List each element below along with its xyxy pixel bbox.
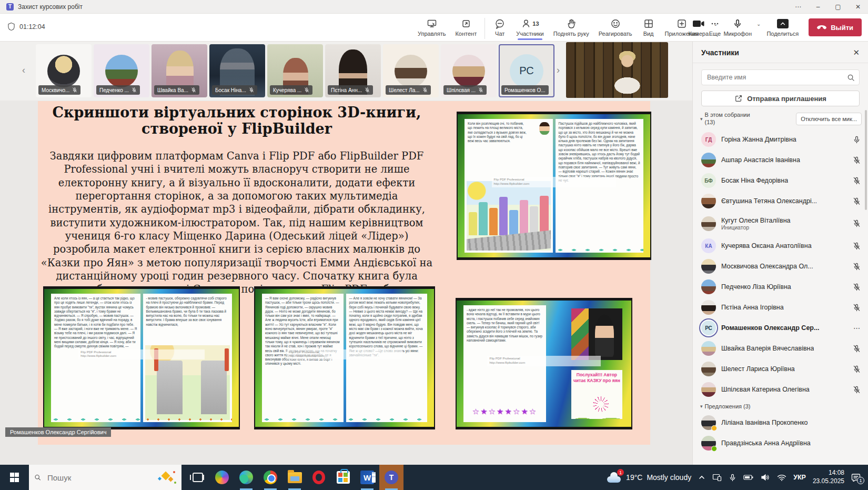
mic-off-icon <box>304 87 309 93</box>
mic-off-icon[interactable] <box>853 156 861 164</box>
video-tile[interactable]: Шелест Ла... <box>383 44 439 97</box>
suggestion-row[interactable]: Ліліана Іванівна Прокопенко <box>693 412 868 433</box>
avatar <box>701 341 716 356</box>
leave-button[interactable]: Выйти <box>809 18 862 36</box>
view-button[interactable]: Вид <box>637 17 660 38</box>
task-view-button[interactable] <box>186 465 210 490</box>
participant-name: Москвичова Олександра Ол... <box>721 263 813 270</box>
opera-app-button[interactable] <box>307 465 331 490</box>
slide-title: Скриншоти віртуальних сторінок 3D-книги,… <box>42 104 431 137</box>
word-app-button[interactable]: W <box>355 465 379 490</box>
send-invite-button[interactable]: Отправка приглашения <box>701 91 860 106</box>
raise-hand-button[interactable]: Поднять руку <box>549 17 594 38</box>
participant-row[interactable]: Москвичова Олександра Ол... <box>693 256 868 277</box>
hand-icon <box>566 18 577 29</box>
mic-off-icon[interactable] <box>853 304 861 312</box>
react-button[interactable]: Реагировать <box>594 17 637 38</box>
search-input[interactable] <box>706 73 847 82</box>
participant-row[interactable]: Шелест Лариса Юріївна <box>693 359 868 379</box>
mic-icon[interactable] <box>853 136 861 144</box>
participant-row[interactable]: Євтушина Тетяна Олександрі... <box>693 191 868 212</box>
mic-off-icon[interactable] <box>853 177 861 185</box>
cast-device-icon[interactable] <box>712 473 722 482</box>
mic-off-icon[interactable] <box>853 345 861 353</box>
store-app-button[interactable] <box>331 465 355 490</box>
participant-row[interactable]: Шпілєвая Катерина Олегівна <box>693 379 868 400</box>
filmstrip-prev-icon[interactable]: ‹ <box>22 65 25 76</box>
mute-all-button[interactable]: Отключить все мик... <box>796 113 862 125</box>
copilot-icon <box>215 471 229 484</box>
participant-row[interactable]: РС Ромашенков Олександр Сер... ⋯ <box>693 318 868 338</box>
window-close-button[interactable]: ✕ <box>848 0 868 13</box>
camera-chevron-icon[interactable]: ⌄ <box>713 21 718 27</box>
mic-chevron-icon[interactable]: ⌄ <box>756 21 761 27</box>
participant-row[interactable]: Швайка Валерія Вячеславівна <box>693 338 868 359</box>
chrome-app-button[interactable] <box>258 465 282 490</box>
leaf-decoration <box>262 417 344 422</box>
content-button[interactable]: Контент <box>450 17 481 38</box>
chevron-down-icon[interactable]: ▾ <box>700 404 703 409</box>
participant-row[interactable]: Педченко Ліза Юріївна <box>693 277 868 297</box>
mic-off-icon[interactable] <box>853 197 861 205</box>
avatar <box>701 153 716 167</box>
participant-search[interactable] <box>701 69 860 85</box>
window-minimize-button[interactable]: – <box>808 0 828 13</box>
mic-off-icon[interactable] <box>853 283 861 291</box>
participant-name: Горіна Жанна Дмитрівна <box>721 136 796 143</box>
video-tile[interactable]: Босак Ніна... <box>209 44 265 97</box>
suggestion-row[interactable]: Правдзінська Анна Андріївна <box>693 433 868 453</box>
video-tile-selected[interactable]: РСРомашенков О... <box>499 44 554 97</box>
video-tile[interactable]: Москвичо... <box>36 44 92 97</box>
share-button[interactable]: Поделиться <box>762 17 803 38</box>
start-button[interactable] <box>0 465 29 490</box>
edge-app-button[interactable] <box>234 465 258 490</box>
window-title: Захист курсових робіт <box>18 3 83 11</box>
participant-row[interactable]: БФ Босак Ніна Федорівна <box>693 171 868 191</box>
mic-off-icon[interactable] <box>853 242 861 250</box>
teams-icon: T <box>385 471 398 484</box>
window-maximize-button[interactable]: ▢ <box>828 0 848 13</box>
mic-off-icon[interactable] <box>853 219 861 227</box>
speaker-icon[interactable] <box>761 474 770 481</box>
manage-button[interactable]: Управлять <box>413 17 450 38</box>
participant-row[interactable]: Ашпар Анастасія Іванівна <box>693 150 868 171</box>
teams-app-button[interactable]: T <box>379 465 403 490</box>
window-more-button[interactable]: ⋯ <box>788 0 808 13</box>
file-explorer-button[interactable] <box>282 465 307 490</box>
mic-off-icon[interactable] <box>853 263 861 271</box>
weather-widget[interactable]: 1 19°C Mostly cloudy <box>606 472 691 483</box>
video-tile[interactable]: Педченко ... <box>94 44 149 97</box>
video-tile[interactable]: Кучерява ... <box>267 44 323 97</box>
participant-row[interactable]: Кугут Олеся Віталіївна Инициатор <box>693 212 868 236</box>
notification-center-button[interactable]: 1 <box>851 473 861 482</box>
mic-off-icon[interactable] <box>853 365 861 373</box>
language-indicator[interactable]: УКР <box>793 474 806 481</box>
camera-button[interactable]: Камера <box>684 17 713 38</box>
video-tile[interactable]: Пєтіна Анн... <box>325 44 381 97</box>
battery-icon[interactable] <box>743 474 754 481</box>
clock[interactable]: 14:0823.05.2025 <box>813 469 844 485</box>
chat-button[interactable]: Чат <box>488 17 511 38</box>
close-icon[interactable]: ✕ <box>853 48 860 57</box>
taskbar-search-input[interactable] <box>46 473 153 483</box>
participants-button[interactable]: 13 Участники <box>511 17 549 38</box>
chevron-down-icon[interactable]: ▾ <box>700 116 703 122</box>
mic-button[interactable]: Микрофон <box>719 17 756 38</box>
copilot-app-button[interactable] <box>210 465 234 490</box>
smiley-icon <box>610 18 621 29</box>
mic-off-icon[interactable] <box>853 386 861 394</box>
video-tile[interactable]: Шпілєвая ... <box>441 44 497 97</box>
filmstrip-next-icon[interactable]: › <box>557 65 560 76</box>
wifi-icon[interactable] <box>777 474 786 481</box>
participant-row[interactable]: ГД Горіна Жанна Дмитрівна <box>693 129 868 150</box>
scrollbar[interactable] <box>865 110 867 210</box>
video-tile[interactable]: Швайка Ва... <box>152 44 207 97</box>
show-hidden-icons-chevron[interactable] <box>698 474 705 481</box>
participant-name: Кучерява Оксана Анатоліївна <box>721 242 812 249</box>
taskbar-search[interactable] <box>29 465 181 490</box>
participant-row[interactable]: Пєтіна Анна Ігорівна <box>693 297 868 318</box>
speaker-video[interactable] <box>566 42 668 98</box>
more-options-icon[interactable]: ⋯ <box>853 324 861 332</box>
mic-tray-icon[interactable] <box>729 474 736 482</box>
participant-row[interactable]: КА Кучерява Оксана Анатоліївна <box>693 236 868 256</box>
